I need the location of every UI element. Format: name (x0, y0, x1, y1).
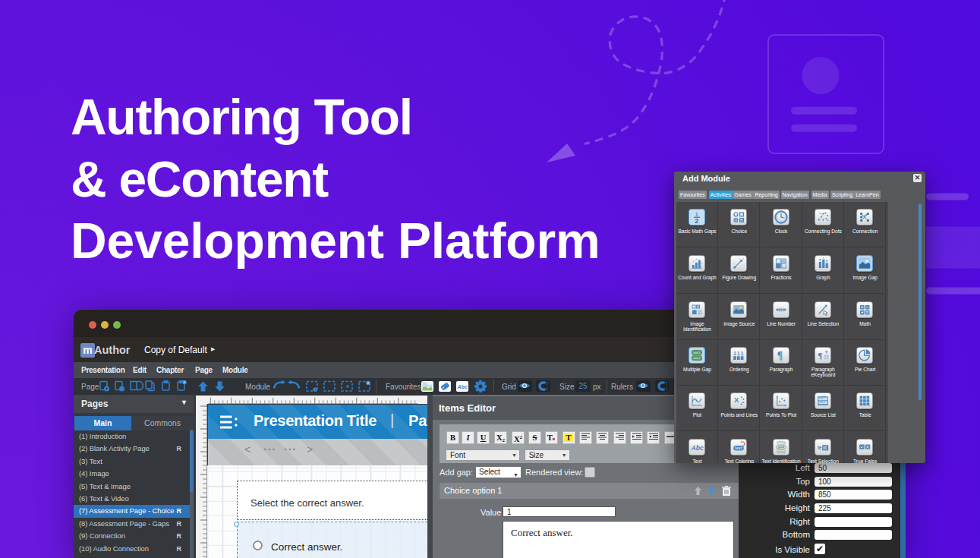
svg-text:text 2: text 2 (694, 356, 701, 359)
svg-text:wrong: wrong (777, 441, 784, 444)
svg-text:wrong: wrong (777, 449, 784, 452)
svg-text:xt: xt (823, 444, 827, 449)
svg-text:¶: ¶ (777, 350, 782, 361)
svg-text:Abc: Abc (457, 384, 468, 389)
svg-text:text 1: text 1 (819, 397, 824, 400)
svg-text:te: te (818, 444, 822, 449)
svg-text:1: 1 (695, 210, 699, 217)
svg-text:X: X (734, 396, 739, 404)
svg-text:text: text (735, 446, 742, 450)
svg-text:text 1: text 1 (694, 351, 701, 354)
svg-text:1: 1 (733, 350, 736, 355)
svg-text:1: 1 (737, 350, 740, 355)
svg-text:2: 2 (695, 217, 698, 225)
svg-text:1: 1 (741, 350, 744, 355)
svg-text:Abc: Abc (690, 443, 704, 451)
svg-text:good: good (777, 446, 783, 449)
svg-text:text 2: text 2 (819, 401, 824, 404)
svg-text:¶: ¶ (818, 351, 822, 360)
